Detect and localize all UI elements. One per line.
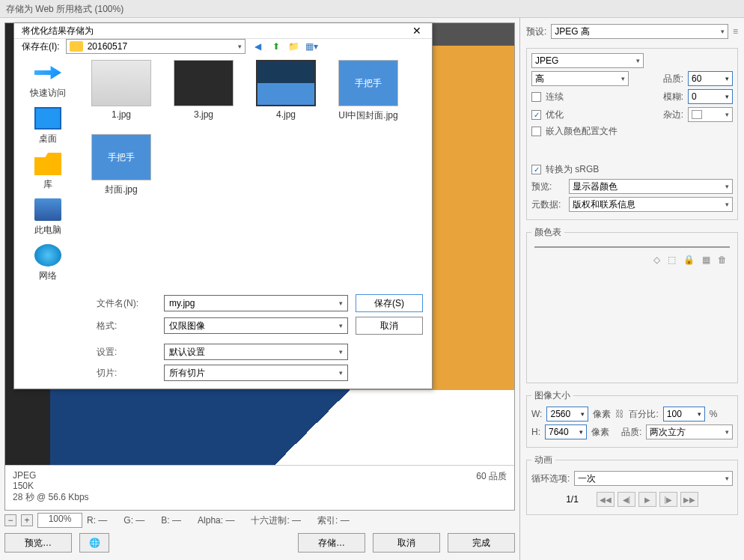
preview-time: 28 秒 @ 56.6 Kbps	[13, 491, 507, 504]
width-input[interactable]: 2560	[546, 407, 588, 421]
animation-title: 动画	[531, 454, 555, 466]
quality-spinner[interactable]: 60	[688, 71, 733, 86]
play-button[interactable]: ▶	[638, 492, 656, 507]
file-item[interactable]: 手把手封面.jpg	[88, 134, 155, 196]
preset-select[interactable]: JPEG 高	[551, 24, 728, 39]
optimize-checkbox[interactable]	[531, 110, 541, 120]
close-button[interactable]: ✕	[409, 23, 424, 38]
thumbnail	[256, 60, 316, 106]
place-this-pc[interactable]: 此电脑	[34, 198, 61, 237]
window-titlebar: 存储为 Web 所用格式 (100%)	[0, 0, 744, 18]
srgb-checkbox[interactable]	[531, 165, 541, 174]
folder-select[interactable]: 20160517	[66, 39, 246, 54]
quick-access-icon	[34, 61, 61, 84]
first-frame-button[interactable]: ◀◀	[597, 492, 615, 507]
quality-level-select[interactable]: 高	[531, 71, 629, 86]
up-icon[interactable]: ⬆	[269, 40, 283, 53]
quality-label: 品质:	[663, 73, 683, 85]
zoom-out-button[interactable]: −	[4, 514, 16, 526]
readout-alpha: Alpha: —	[198, 515, 234, 526]
px-label: 像素	[591, 426, 609, 439]
window-title: 存储为 Web 所用格式 (100%)	[6, 4, 124, 14]
matte-select[interactable]	[688, 107, 733, 122]
colortable-trash-icon[interactable]: 🗑	[718, 255, 727, 265]
file-item[interactable]: 3.jpg	[170, 60, 237, 122]
libraries-icon	[34, 153, 61, 175]
percent-input[interactable]: 100	[663, 407, 705, 421]
blur-spinner[interactable]: 0	[688, 89, 733, 104]
new-folder-icon[interactable]: 📁	[287, 40, 301, 53]
colortable-new-icon[interactable]: ▦	[702, 255, 710, 265]
place-desktop[interactable]: 桌面	[34, 107, 61, 145]
thumbnail: 手把手	[91, 134, 151, 180]
settings-select[interactable]: 默认设置	[164, 344, 348, 360]
width-label: W:	[531, 409, 542, 419]
file-list[interactable]: 1.jpg 3.jpg 4.jpg 手把手UI中国封面.jpg 手把手封面.jp…	[82, 54, 432, 290]
panel-menu-icon[interactable]: ≡	[733, 26, 738, 37]
metadata-label: 元数据:	[531, 198, 564, 211]
globe-icon: 🌐	[89, 538, 100, 548]
image-size-section: 图像大小 W: 2560 像素 ⛓ 百分比: 100 % H: 7640 像素 …	[526, 389, 738, 448]
preview-info: JPEG 150K 28 秒 @ 56.6 Kbps 60 品质	[5, 465, 514, 510]
preview-mode-label: 预览:	[531, 180, 564, 193]
optimize-label: 优化	[546, 109, 564, 121]
matte-label: 杂边:	[663, 109, 683, 121]
zoom-in-button[interactable]: +	[21, 514, 33, 526]
dialog-save-button[interactable]: 保存(S)	[356, 294, 423, 312]
color-table-section: 颜色表 ◇ ⬚ 🔒 ▦ 🗑	[526, 226, 738, 383]
preview-mode-select[interactable]: 显示器颜色	[569, 179, 733, 194]
settings-label: 设置:	[97, 346, 156, 359]
format-section: JPEG 高 品质: 60 连续 模糊: 0 优化	[526, 48, 738, 220]
back-icon[interactable]: ◀	[251, 40, 265, 53]
format-label: 格式:	[97, 320, 156, 332]
readout-b: B: —	[161, 515, 181, 526]
colortable-lock-icon[interactable]: 🔒	[683, 255, 695, 265]
percent-unit: %	[710, 409, 718, 419]
preset-label: 预设:	[526, 25, 546, 38]
zoom-select[interactable]: 100%	[37, 513, 82, 528]
last-frame-button[interactable]: ▶▶	[680, 492, 698, 507]
dialog-title: 将优化结果存储为	[22, 25, 94, 37]
view-icon[interactable]: ▦▾	[305, 40, 319, 53]
browser-preview-button[interactable]: 🌐	[79, 533, 109, 553]
place-quick-access[interactable]: 快速访问	[30, 61, 66, 100]
format-select[interactable]: JPEG	[531, 53, 644, 68]
loop-select[interactable]: 一次	[574, 471, 733, 486]
thumbnail	[91, 60, 151, 106]
prev-frame-button[interactable]: ◀|	[618, 492, 635, 507]
metadata-select[interactable]: 版权和联系信息	[569, 197, 733, 212]
desktop-icon	[34, 107, 61, 130]
px-label: 像素	[593, 408, 611, 421]
preview-button[interactable]: 预览…	[4, 533, 72, 553]
readout-g: G: —	[124, 515, 144, 526]
loop-label: 循环选项:	[531, 472, 570, 485]
readout-hex: 十六进制: —	[251, 514, 301, 527]
slice-select[interactable]: 所有切片	[164, 365, 348, 381]
place-libraries[interactable]: 库	[34, 153, 61, 191]
percent-label: 百分比:	[629, 408, 658, 421]
next-frame-button[interactable]: |▶	[659, 492, 677, 507]
file-item[interactable]: 1.jpg	[88, 60, 155, 122]
file-item[interactable]: 4.jpg	[252, 60, 320, 122]
link-icon[interactable]: ⛓	[615, 409, 624, 419]
progressive-checkbox[interactable]	[531, 92, 541, 102]
resample-select[interactable]: 两次立方	[646, 424, 733, 439]
done-button[interactable]: 完成	[448, 533, 515, 553]
file-item[interactable]: 手把手UI中国封面.jpg	[335, 60, 402, 122]
color-table-grid[interactable]	[534, 246, 730, 248]
colortable-tool-icon[interactable]: ◇	[653, 255, 660, 265]
srgb-label: 转换为 sRGB	[546, 163, 599, 176]
resample-label: 品质:	[621, 426, 641, 439]
filename-input[interactable]: my.jpg	[164, 295, 348, 311]
cancel-button[interactable]: 取消	[373, 533, 440, 553]
dialog-cancel-button[interactable]: 取消	[356, 317, 423, 335]
place-network[interactable]: 网络	[34, 244, 61, 282]
settings-panel: 预设: JPEG 高 ≡ JPEG 高 品质: 60 连续 模糊: 0	[519, 18, 744, 560]
height-input[interactable]: 7640	[545, 424, 587, 439]
colortable-tool-icon[interactable]: ⬚	[668, 255, 676, 265]
embed-profile-checkbox[interactable]	[531, 127, 541, 136]
preview-size: 150K	[13, 481, 507, 491]
save-button[interactable]: 存储…	[298, 533, 365, 553]
format-select[interactable]: 仅限图像	[164, 317, 348, 334]
color-table-title: 颜色表	[531, 226, 564, 239]
